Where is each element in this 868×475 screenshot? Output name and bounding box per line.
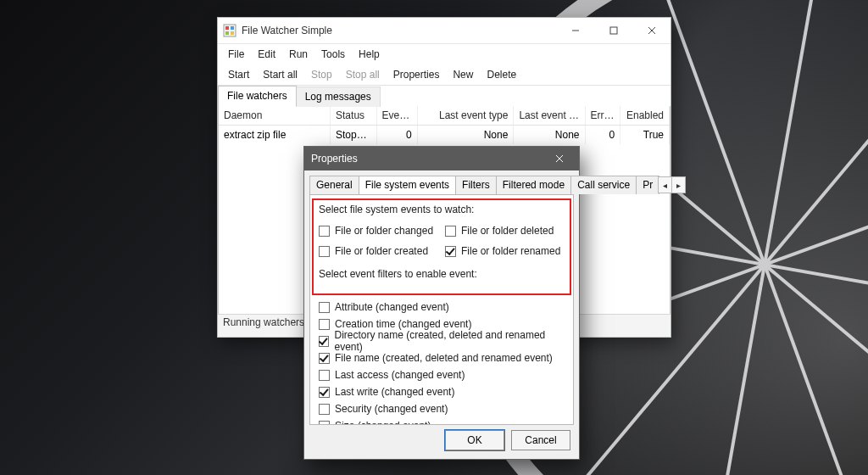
checkbox-icon — [319, 336, 329, 347]
dlg-tab-call-service[interactable]: Call service — [570, 176, 637, 194]
cb-filter[interactable]: Directory name (created, deleted and ren… — [319, 332, 565, 349]
col-type[interactable]: Last event type — [418, 106, 515, 125]
highlight-box: Select file system events to watch: File… — [315, 202, 568, 292]
checkbox-icon — [319, 404, 330, 415]
dialog-title: Properties — [311, 153, 547, 165]
section-filters-label: Select event filters to enable event: — [319, 268, 565, 280]
checkbox-icon — [319, 319, 330, 330]
cb-label: Security (changed event) — [335, 403, 448, 415]
window-title: File Watcher Simple — [242, 25, 556, 36]
grid-header: Daemon Status Events Last event type Las… — [219, 106, 670, 126]
dlg-tab-general[interactable]: General — [309, 176, 359, 194]
titlebar[interactable]: File Watcher Simple — [218, 18, 670, 44]
menu-file[interactable]: File — [221, 46, 251, 63]
cb-filter[interactable]: Last write (changed event) — [319, 383, 565, 400]
col-events[interactable]: Events — [377, 106, 418, 125]
cb-label: Directory name (created, deleted and ren… — [334, 329, 565, 353]
checkbox-icon — [319, 226, 330, 237]
dlg-tab-filters[interactable]: Filters — [455, 176, 497, 194]
checkbox-icon — [319, 302, 330, 313]
dialog-titlebar[interactable]: Properties — [304, 147, 579, 170]
cb-label: Size (changed event) — [335, 420, 431, 425]
col-enabled[interactable]: Enabled — [620, 106, 670, 125]
svg-rect-6 — [610, 27, 617, 34]
cb-filter[interactable]: Size (changed event) — [319, 417, 565, 425]
tabstrip: File watchers Log messages — [218, 85, 670, 106]
cell-events: 0 — [377, 126, 418, 144]
cell-errors: 0 — [586, 126, 621, 144]
cb-label: Last access (changed event) — [335, 369, 465, 381]
tab-scroll-right[interactable]: ▸ — [671, 176, 686, 193]
cb-file-renamed[interactable]: File or folder renamed — [445, 243, 565, 260]
tool-stop-all: Stop all — [339, 66, 387, 83]
minimize-button[interactable] — [556, 18, 594, 43]
cb-label: File or folder renamed — [461, 245, 560, 257]
cell-type: None — [418, 126, 515, 144]
tab-file-watchers[interactable]: File watchers — [218, 86, 297, 106]
tool-delete[interactable]: Delete — [480, 66, 523, 83]
cb-label: File or folder changed — [335, 225, 433, 237]
cb-file-created[interactable]: File or folder created — [319, 243, 438, 260]
dialog-close-button[interactable] — [547, 147, 572, 170]
ok-button[interactable]: OK — [445, 430, 504, 450]
svg-rect-2 — [231, 26, 234, 30]
checkbox-icon — [445, 246, 456, 257]
col-errors[interactable]: Errors — [586, 106, 621, 125]
app-icon — [223, 24, 236, 37]
col-status[interactable]: Status — [331, 106, 377, 125]
cb-filter[interactable]: Security (changed event) — [319, 400, 565, 417]
properties-dialog: Properties General File system events Fi… — [303, 146, 580, 460]
checkbox-icon — [319, 370, 330, 381]
tool-properties[interactable]: Properties — [387, 66, 447, 83]
checkbox-icon — [319, 421, 330, 426]
cb-label: Creation time (changed event) — [335, 318, 471, 330]
col-daemon[interactable]: Daemon — [219, 106, 331, 125]
menu-edit[interactable]: Edit — [251, 46, 282, 63]
cancel-button[interactable]: Cancel — [511, 430, 570, 450]
close-button[interactable] — [632, 18, 670, 43]
menu-help[interactable]: Help — [352, 46, 387, 63]
cb-file-changed[interactable]: File or folder changed — [319, 222, 438, 239]
cell-daemon: extract zip file — [219, 126, 331, 144]
col-time[interactable]: Last event time — [514, 106, 585, 125]
cb-label: Last write (changed event) — [335, 386, 454, 398]
svg-rect-3 — [225, 31, 229, 35]
maximize-button[interactable] — [594, 18, 632, 43]
dlg-tab-filtered-mode[interactable]: Filtered mode — [496, 176, 571, 194]
tool-start-all[interactable]: Start all — [256, 66, 304, 83]
checkbox-icon — [445, 226, 456, 237]
dlg-tab-fs-events[interactable]: File system events — [359, 176, 456, 194]
table-row[interactable]: extract zip file Stopped 0 None None 0 T… — [219, 126, 670, 144]
cb-label: File name (created, deleted and renamed … — [335, 352, 553, 364]
tool-new[interactable]: New — [446, 66, 480, 83]
toolbar: Start Start all Stop Stop all Properties… — [218, 64, 670, 85]
dialog-body: Select file system events to watch: File… — [309, 194, 574, 425]
checkbox-icon — [319, 387, 330, 398]
cell-time: None — [514, 126, 585, 144]
menu-tools[interactable]: Tools — [314, 46, 352, 63]
filters-list: Attribute (changed event)Creation time (… — [319, 299, 565, 425]
menubar: File Edit Run Tools Help — [218, 44, 670, 64]
cb-filter[interactable]: File name (created, deleted and renamed … — [319, 349, 565, 366]
cb-file-deleted[interactable]: File or folder deleted — [445, 222, 565, 239]
tool-start[interactable]: Start — [221, 66, 256, 83]
cell-status: Stopped — [331, 126, 377, 144]
menu-run[interactable]: Run — [282, 46, 314, 63]
tab-log-messages[interactable]: Log messages — [296, 87, 381, 107]
tab-scroll-left[interactable]: ◂ — [658, 176, 672, 193]
cb-label: File or folder created — [335, 245, 428, 257]
section-watch-label: Select file system events to watch: — [319, 204, 565, 215]
checkbox-icon — [319, 353, 330, 364]
dialog-buttons: OK Cancel — [304, 430, 579, 459]
dlg-tab-clipped[interactable]: Pr — [636, 176, 659, 194]
desktop-wallpaper: File Watcher Simple File Edit Run Tools … — [0, 0, 868, 475]
svg-rect-4 — [231, 31, 234, 35]
cb-filter[interactable]: Attribute (changed event) — [319, 299, 565, 316]
checkbox-icon — [319, 246, 330, 257]
cb-filter[interactable]: Last access (changed event) — [319, 366, 565, 383]
svg-rect-1 — [225, 26, 229, 30]
dialog-tabstrip: General File system events Filters Filte… — [304, 170, 579, 194]
cell-enabled: True — [620, 126, 670, 144]
cb-label: Attribute (changed event) — [335, 301, 449, 313]
tool-stop: Stop — [304, 66, 339, 83]
